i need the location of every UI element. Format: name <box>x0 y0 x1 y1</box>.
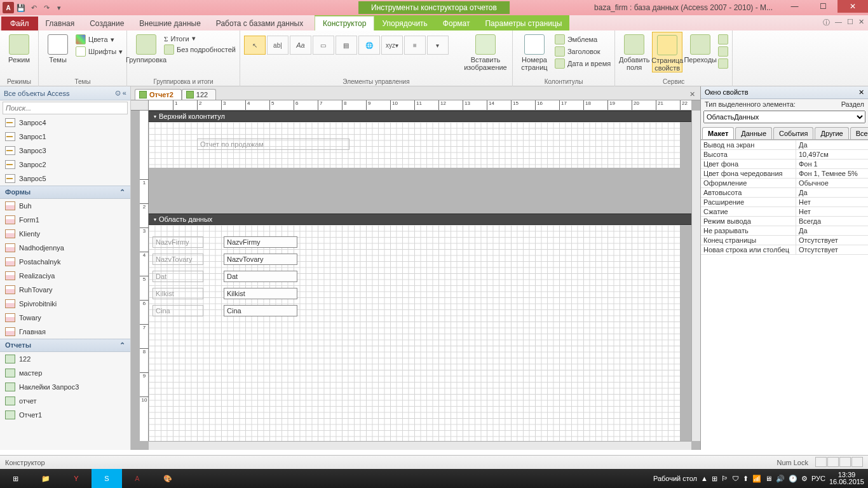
property-row[interactable]: ОформлениеОбычное <box>701 179 868 188</box>
page-numbers-button[interactable]: Номера страниц <box>517 32 552 71</box>
paint-icon[interactable]: 🎨 <box>153 469 183 488</box>
tray-icon[interactable]: 🔊 <box>776 475 785 483</box>
document-tab[interactable]: Отчет2 <box>135 89 182 100</box>
property-tab[interactable]: Макет <box>702 127 734 139</box>
property-tab[interactable]: Данные <box>735 127 772 139</box>
property-value[interactable]: Да <box>796 188 868 197</box>
tray-icon[interactable]: 🖥 <box>765 475 772 482</box>
tray-icon[interactable]: 📶 <box>752 475 761 483</box>
fonts-button[interactable]: Шрифты ▾ <box>76 46 123 57</box>
extra-icon[interactable] <box>718 34 728 44</box>
totals-button[interactable]: Σ Итоги ▾ <box>164 34 236 43</box>
property-sheet-button[interactable]: Страница свойств <box>652 32 682 72</box>
ribbon-tab-pagesetup[interactable]: Параметры страницы <box>477 17 569 30</box>
minimize-button[interactable]: — <box>780 0 809 13</box>
property-row[interactable]: Не разрыватьДа <box>701 226 868 236</box>
field-textbox[interactable]: Dat <box>224 271 297 282</box>
maximize-button[interactable]: ☐ <box>809 0 837 13</box>
design-surface[interactable]: 12345678910111213141516171819202122 1234… <box>131 100 700 450</box>
search-input[interactable] <box>3 102 128 114</box>
vertical-ruler[interactable]: 12345678910 <box>140 111 149 441</box>
doc-close-icon[interactable]: ✕ <box>858 18 864 27</box>
nav-group-forms[interactable]: Формы⌃ <box>0 186 130 199</box>
nav-group-reports[interactable]: Отчеты⌃ <box>0 339 130 352</box>
tray-icon[interactable]: ⊞ <box>712 475 717 483</box>
ribbon-tab-arrange[interactable]: Упорядочить <box>374 17 435 30</box>
field-textbox[interactable]: NazvFirmy <box>224 236 297 248</box>
tray-icon[interactable]: ⬆ <box>743 475 749 483</box>
property-value[interactable]: Да <box>796 140 868 149</box>
document-tab[interactable]: 122 <box>182 89 216 100</box>
controls-gallery[interactable]: ↖ ab| Aa ▭ ▤ 🌐 xyz▾ ≡ ▾ <box>244 32 460 55</box>
tab-tool-icon[interactable]: ▤ <box>336 36 357 55</box>
property-value[interactable]: Нет <box>796 207 868 216</box>
vertical-scrollbar[interactable] <box>691 111 700 441</box>
nav-query-item[interactable]: Запрос1 <box>0 130 130 144</box>
qat-undo-icon[interactable]: ↶ <box>28 2 39 13</box>
field-textbox[interactable]: NazvTovary <box>224 254 297 265</box>
nav-report-item[interactable]: 122 <box>0 352 130 366</box>
property-row[interactable]: РасширениеНет <box>701 198 868 207</box>
nav-report-item[interactable]: Наклейки Запрос3 <box>0 380 130 394</box>
nav-query-item[interactable]: Запрос2 <box>0 158 130 172</box>
property-value[interactable]: Нет <box>796 198 868 207</box>
ribbon-tab-format[interactable]: Формат <box>435 17 478 30</box>
property-row[interactable]: Цвет фона чередованияФон 1, Темнее 5% <box>701 169 868 179</box>
property-value[interactable]: Отсутствует <box>796 245 868 254</box>
explorer-icon[interactable]: 📁 <box>31 469 61 488</box>
extra-icon[interactable] <box>718 58 728 69</box>
property-row[interactable]: Новая строка или столбецОтсутствует <box>701 245 868 255</box>
more-tools-icon[interactable]: ▾ <box>427 36 449 55</box>
nav-form-item[interactable]: Spivrobitniki <box>0 297 130 311</box>
qat-redo-icon[interactable]: ↷ <box>41 2 52 13</box>
textbox-tool-icon[interactable]: ab| <box>267 36 288 55</box>
logo-button[interactable]: Эмблема <box>555 34 611 44</box>
property-value[interactable]: Отсутствует <box>796 236 868 245</box>
tray-icon[interactable]: 🕐 <box>789 475 797 483</box>
tray-icon[interactable]: ⚙ <box>801 475 808 483</box>
ribbon-tab-design[interactable]: Конструктор <box>315 16 374 30</box>
property-row[interactable]: Вывод на экранДа <box>701 140 868 150</box>
help-icon[interactable]: ⓘ <box>823 18 830 27</box>
property-value[interactable]: Обычное <box>796 179 868 187</box>
skype-icon[interactable]: S <box>92 469 122 488</box>
nav-form-item[interactable]: Realizaciya <box>0 269 130 283</box>
start-button[interactable]: ⊞ <box>0 469 31 488</box>
property-value[interactable]: Фон 1 <box>796 159 868 168</box>
property-value[interactable]: Всегда <box>796 217 868 226</box>
field-label[interactable]: Cina <box>153 305 203 316</box>
combo-tool-icon[interactable]: xyz▾ <box>381 36 403 55</box>
report-title-label[interactable]: Отчет по продажам <box>197 139 349 150</box>
nav-form-item[interactable]: RuhTovary <box>0 283 130 297</box>
horizontal-ruler[interactable]: 12345678910111213141516171819202122 <box>149 100 691 111</box>
datetime-button[interactable]: Дата и время <box>555 58 611 69</box>
label-tool-icon[interactable]: Aa <box>290 36 311 55</box>
ribbon-tab[interactable]: Главная <box>38 17 83 30</box>
link-tool-icon[interactable]: 🌐 <box>358 36 380 55</box>
list-tool-icon[interactable]: ≡ <box>404 36 426 55</box>
ribbon-tab[interactable]: Внешние данные <box>132 17 208 30</box>
ruler-corner[interactable] <box>131 100 149 111</box>
file-tab[interactable]: Файл <box>1 17 38 30</box>
qat-save-icon[interactable]: 💾 <box>15 2 27 13</box>
clock[interactable]: 13:3916.06.2015 <box>829 471 864 485</box>
close-tab-icon[interactable]: ✕ <box>684 89 700 100</box>
nav-report-item[interactable]: мастер <box>0 366 130 380</box>
nav-form-item[interactable]: Klienty <box>0 227 130 241</box>
colors-button[interactable]: Цвета ▾ <box>76 34 123 44</box>
property-row[interactable]: Цвет фонаФон 1 <box>701 159 868 169</box>
hide-details-button[interactable]: Без подробностей <box>164 44 236 55</box>
grouping-button[interactable]: Группировка <box>131 32 161 64</box>
language-indicator[interactable]: РУС <box>811 475 825 482</box>
property-tab[interactable]: Другие <box>815 127 848 139</box>
property-row[interactable]: Конец страницыОтсутствует <box>701 236 868 245</box>
insert-image-button[interactable]: Вставить изображение <box>463 32 508 71</box>
property-tab[interactable]: События <box>773 127 813 139</box>
doc-minimize-icon[interactable]: — <box>835 18 842 27</box>
section-bar-detail[interactable]: Область данных <box>149 214 691 225</box>
field-label[interactable]: NazvFirmy <box>153 236 203 248</box>
nav-form-item[interactable]: Buh <box>0 199 130 213</box>
nav-form-item[interactable]: Towary <box>0 311 130 325</box>
button-tool-icon[interactable]: ▭ <box>313 36 334 55</box>
add-fields-button[interactable]: Добавить поля <box>619 32 649 71</box>
